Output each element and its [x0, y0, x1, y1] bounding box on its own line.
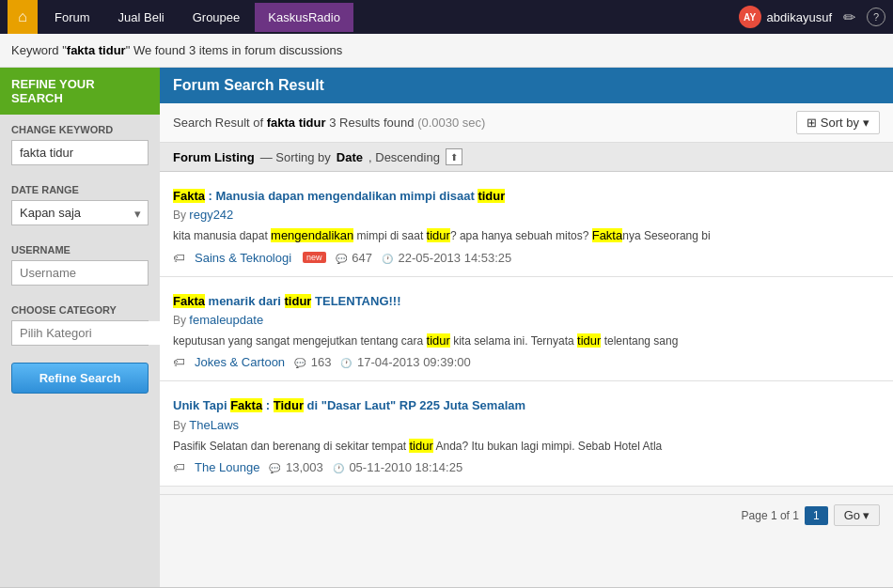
username-label: abdikayusuf	[767, 10, 832, 24]
result-snippet: Pasifik Selatan dan berenang di sekitar …	[173, 437, 880, 456]
sort-by-button[interactable]: ⊞ Sort by ▾	[796, 111, 880, 134]
result-item: Unik Tapi Fakta : Tidur di "Dasar Laut" …	[160, 381, 893, 487]
sidebar: REFINE YOUR SEARCH CHANGE KEYWORD DATE R…	[0, 68, 160, 587]
category-label: CHOOSE CATEGORY	[11, 304, 149, 316]
post-date: 05-11-2010 18:14:25	[333, 460, 462, 474]
result-tag-link[interactable]: Sains & Teknologi	[195, 251, 291, 265]
title-highlight-2: tidur	[478, 189, 505, 203]
comment-count: 13,003	[269, 460, 322, 474]
result-summary-text: Search Result of fakta tidur 3 Results f…	[173, 116, 485, 130]
result-item: Fakta : Manusia dapan mengendalikan mimp…	[160, 172, 893, 277]
summary-time: (0.0030 sec)	[417, 116, 485, 130]
result-meta: 🏷 The Lounge 13,003 05-11-2010 18:14:25	[173, 460, 880, 474]
result-title: Unik Tapi Fakta : Tidur di "Dasar Laut" …	[173, 395, 880, 414]
content-title: Forum Search Result	[160, 68, 893, 103]
meta-tag-icon: 🏷	[173, 460, 185, 474]
result-tag-link[interactable]: Jokes & Cartoon	[195, 355, 285, 369]
go-chevron-icon: ▾	[863, 508, 870, 522]
title-highlight-2: tidur	[285, 294, 312, 308]
comment-count: 647	[336, 251, 372, 265]
post-date: 17-04-2013 09:39:00	[340, 355, 470, 369]
topnav-right: AY abdikayusuf ✏ ?	[739, 5, 885, 30]
result-snippet: keputusan yang sangat mengejutkan tentan…	[173, 332, 880, 350]
result-author-link[interactable]: regy242	[189, 208, 233, 222]
sort-grid-icon: ⊞	[807, 116, 817, 130]
result-snippet: kita manusia dapat mengendalikan mimpi d…	[173, 226, 880, 245]
nav-kaskusradio[interactable]: KaskusRadio	[255, 3, 353, 32]
home-button[interactable]: ⌂	[8, 0, 38, 34]
result-author-link[interactable]: femaleupdate	[189, 313, 263, 327]
date-range-select-wrap: Kapan saja	[11, 200, 149, 225]
result-title: Fakta : Manusia dapan mengendalikan mimp…	[173, 185, 880, 205]
keyword-value: fakta tidur	[67, 43, 126, 57]
keyword-input[interactable]	[11, 140, 149, 165]
nav-links: Forum Jual Beli Groupee KaskusRadio	[41, 3, 353, 32]
content-area: Forum Search Result Search Result of fak…	[160, 68, 893, 587]
sort-chevron-icon: ▾	[863, 116, 870, 130]
listing-sort-field: Date	[337, 150, 363, 164]
result-by: By femaleupdate	[173, 313, 880, 327]
summary-keyword: fakta tidur	[267, 116, 326, 130]
page-of-text: Page 1 of 1	[742, 509, 799, 522]
help-icon[interactable]: ?	[867, 8, 885, 26]
title-highlight-1: Fakta	[173, 189, 205, 203]
forum-listing-bar: Forum Listing — Sorting by Date , Descen…	[160, 143, 893, 172]
title-highlight-1: Fakta	[230, 398, 262, 412]
result-title: Fakta menarik dari tidur TELENTANG!!!	[173, 290, 880, 310]
top-navbar: ⌂ Forum Jual Beli Groupee KaskusRadio AY…	[0, 0, 893, 34]
sort-by-label: Sort by	[821, 116, 859, 130]
username-label: USERNAME	[11, 244, 149, 255]
result-by: By TheLaws	[173, 418, 880, 432]
listing-label: Forum Listing	[173, 150, 255, 164]
category-input-wrap: ▶	[11, 320, 149, 346]
title-text-1: :	[262, 398, 274, 412]
nav-groupee[interactable]: Groupee	[180, 3, 254, 32]
meta-tag-icon: 🏷	[173, 355, 185, 369]
result-by: By regy242	[173, 208, 880, 222]
result-item: Fakta menarik dari tidur TELENTANG!!! By…	[160, 277, 893, 382]
keyword-bar: Keyword "fakta tidur" We found 3 items i…	[0, 34, 893, 68]
go-button[interactable]: Go ▾	[834, 504, 880, 526]
new-badge: new	[303, 252, 326, 263]
date-range-label: DATE RANGE	[11, 184, 149, 195]
keyword-section: CHANGE KEYWORD	[0, 115, 160, 175]
title-text-1: menarik dari	[205, 294, 285, 308]
result-summary: Search Result of fakta tidur 3 Results f…	[160, 103, 893, 143]
edit-icon[interactable]: ✏	[839, 5, 859, 30]
keyword-label: CHANGE KEYWORD	[11, 124, 149, 135]
category-section: CHOOSE CATEGORY ▶	[0, 295, 160, 355]
go-section: Go ▾	[834, 504, 880, 526]
username-input[interactable]	[11, 260, 149, 286]
title-text-2: TELENTANG!!!	[311, 294, 400, 308]
date-range-select[interactable]: Kapan saja	[11, 200, 149, 225]
post-date: 22-05-2013 14:53:25	[382, 251, 511, 265]
keyword-prefix: Keyword "	[11, 43, 67, 57]
nav-jual-beli[interactable]: Jual Beli	[105, 3, 178, 32]
refine-header: REFINE YOUR SEARCH	[0, 68, 160, 115]
listing-sort-toggle[interactable]: ⬆	[446, 148, 462, 165]
comment-count: 163	[294, 355, 331, 369]
result-meta: 🏷 Sains & Teknologi new 647 22-05-2013 1…	[173, 251, 880, 265]
refine-search-button[interactable]: Refine Search	[11, 363, 149, 394]
listing-order: , Descending	[368, 150, 440, 164]
page-number: 1	[805, 506, 828, 525]
nav-forum[interactable]: Forum	[41, 3, 103, 32]
go-label: Go	[844, 508, 860, 522]
username-section: USERNAME	[0, 235, 160, 295]
title-text-1: : Manusia dapan mengendalikan mimpi disa…	[205, 189, 478, 203]
meta-tag-icon: 🏷	[173, 251, 185, 265]
result-author-link[interactable]: TheLaws	[189, 418, 239, 432]
date-range-section: DATE RANGE Kapan saja	[0, 175, 160, 235]
pagination-bar: Page 1 of 1 1 Go ▾	[160, 494, 893, 535]
title-highlight-2: Tidur	[274, 398, 304, 412]
main-layout: REFINE YOUR SEARCH CHANGE KEYWORD DATE R…	[0, 68, 893, 587]
result-meta: 🏷 Jokes & Cartoon 163 17-04-2013 09:39:0…	[173, 355, 880, 369]
avatar: AY	[739, 6, 761, 28]
user-section: AY abdikayusuf	[739, 6, 832, 28]
result-tag-link[interactable]: The Lounge	[195, 460, 259, 474]
listing-em-dash: — Sorting by	[260, 150, 331, 164]
title-text-0: Unik Tapi	[173, 398, 230, 412]
title-text-2: di "Dasar Laut" RP 225 Juta Semalam	[304, 398, 525, 412]
keyword-suffix: " We found 3 items in forum discussions	[126, 43, 343, 57]
title-highlight-1: Fakta	[173, 294, 205, 308]
